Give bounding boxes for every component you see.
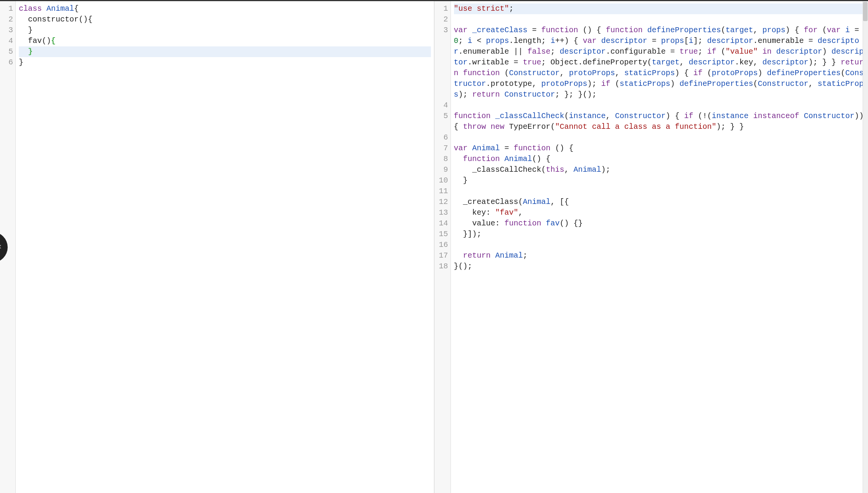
code-token: .key, (735, 58, 762, 67)
code-token: ++) { (555, 36, 583, 45)
chevron-left-icon: ‹ (0, 242, 3, 252)
line-number-gutter: 123456789101112131415161718 (434, 1, 451, 493)
code-line[interactable] (454, 14, 865, 25)
code-line[interactable] (454, 240, 865, 250)
code-token: Constructor (758, 79, 809, 88)
source-code-area[interactable]: class Animal{ constructor(){ } fav(){ }} (16, 1, 434, 493)
code-token: descriptor (762, 58, 809, 67)
code-token: Animal (472, 144, 500, 153)
code-token: if (601, 79, 611, 88)
code-line[interactable] (454, 186, 865, 197)
code-line[interactable]: value: function fav() {} (454, 218, 865, 229)
code-token: return (463, 251, 491, 260)
code-token: ; (698, 47, 707, 56)
code-token: , (753, 26, 762, 35)
code-line[interactable]: fav(){ (19, 36, 431, 46)
code-line[interactable]: } (19, 25, 431, 36)
code-line[interactable]: }(); (454, 261, 865, 272)
code-token: .enumerable = (753, 36, 818, 45)
code-token: "value" (726, 47, 758, 56)
line-number: 7 (439, 143, 448, 154)
code-token: } (454, 176, 468, 185)
code-line[interactable]: _classCallCheck(this, Animal); (454, 164, 865, 175)
line-number: 18 (439, 261, 448, 272)
code-token: TypeError( (505, 122, 555, 131)
output-code-area[interactable]: "use strict"; var _createClass = functio… (451, 1, 868, 493)
code-token: ( (841, 69, 845, 77)
code-line[interactable]: return Animal; (454, 250, 865, 261)
code-token: var (454, 144, 468, 153)
code-token: descriptor (689, 58, 735, 67)
code-token (491, 112, 495, 120)
code-token: ) { (675, 69, 693, 77)
code-token: () { (551, 144, 574, 153)
code-token: ); (459, 90, 472, 99)
code-token: ; (509, 4, 514, 13)
code-token: ); (601, 165, 611, 174)
code-token: ]; (693, 36, 707, 45)
code-line[interactable] (454, 132, 865, 143)
code-line[interactable]: _createClass(Animal, [{ (454, 197, 865, 207)
code-token: _createClass (472, 26, 528, 35)
code-token: 0 (454, 36, 459, 45)
line-number: 3 (5, 25, 13, 36)
code-token: instance (712, 112, 749, 120)
code-token: Constructor (615, 112, 666, 120)
code-token: var (454, 26, 468, 35)
code-token: () {} (560, 219, 583, 228)
code-token: ( (564, 112, 569, 120)
code-token: ( (716, 47, 726, 56)
code-token: if (693, 69, 703, 77)
code-line[interactable]: } (19, 57, 431, 68)
code-token: Animal (523, 197, 551, 206)
code-token: ) (758, 69, 767, 77)
line-number: 16 (439, 240, 448, 250)
code-line[interactable]: class Animal{ (19, 3, 431, 14)
code-token: .prototype, (486, 79, 541, 88)
code-token: target (652, 58, 680, 67)
code-line[interactable]: }]); (454, 229, 865, 240)
code-token: ; }; }(); (555, 90, 597, 99)
code-token: { (51, 36, 56, 45)
line-number: 10 (439, 175, 448, 186)
code-token: (!( (693, 112, 712, 120)
code-token: Animal (505, 154, 532, 163)
code-token: ); } } (809, 58, 841, 67)
code-token: function (606, 26, 643, 35)
output-editor-pane: 123456789101112131415161718 "use strict"… (434, 1, 868, 493)
vertical-scrollbar[interactable] (863, 1, 868, 493)
code-token: , [{ (551, 197, 569, 206)
code-token (772, 47, 776, 56)
code-token: .length; (509, 36, 551, 45)
code-token: props (762, 26, 785, 35)
code-line[interactable]: } (454, 175, 865, 186)
code-token (597, 36, 601, 45)
scrollbar-thumb[interactable] (863, 2, 868, 21)
code-token: i (689, 36, 693, 45)
code-line[interactable]: "use strict"; (454, 3, 865, 14)
code-line[interactable] (454, 100, 865, 111)
code-token: _classCallCheck (495, 112, 564, 120)
code-line[interactable]: function Animal() { (454, 154, 865, 164)
code-token (42, 4, 46, 13)
code-token: function (541, 26, 578, 35)
code-token: ( (818, 26, 827, 35)
code-token: ( (611, 79, 620, 88)
code-token: , (518, 208, 523, 217)
code-token (799, 112, 804, 120)
code-line[interactable]: var Animal = function () { (454, 143, 865, 154)
code-token: var (583, 36, 597, 45)
code-line[interactable]: constructor(){ (19, 14, 431, 25)
line-number: 11 (439, 186, 448, 197)
code-line[interactable]: } (19, 46, 431, 57)
code-token: false (528, 47, 551, 56)
code-token: Constructor (505, 90, 555, 99)
code-line[interactable]: var _createClass = function () { functio… (454, 25, 865, 100)
code-line[interactable]: function _classCallCheck(instance, Const… (454, 111, 865, 132)
code-token: ; (551, 47, 560, 56)
editor-container: ‹ 123456 class Animal{ constructor(){ } … (0, 0, 868, 493)
code-line[interactable]: key: "fav", (454, 207, 865, 218)
line-number: 2 (5, 14, 13, 25)
code-token (500, 90, 505, 99)
line-number: 6 (439, 132, 448, 143)
